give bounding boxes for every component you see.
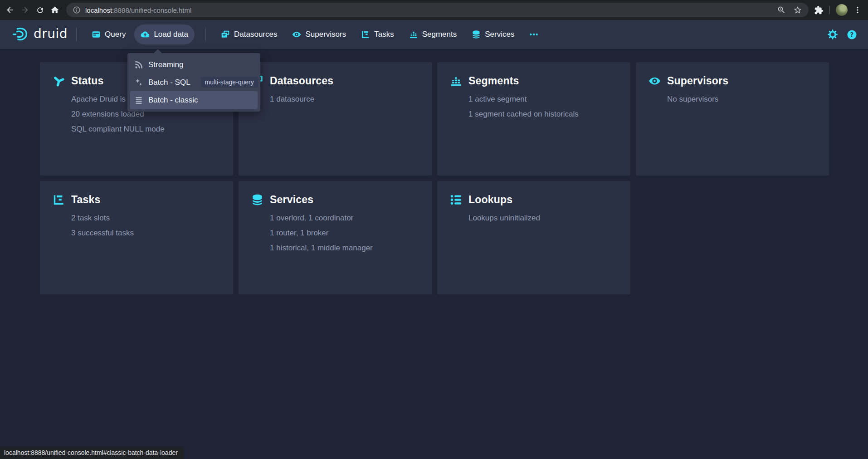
url-host: localhost: [85, 6, 112, 14]
card-datasources[interactable]: Datasources1 datasource: [239, 62, 432, 176]
card-supervisors[interactable]: SupervisorsNo supervisors: [636, 62, 829, 176]
menu-item-batch-sql[interactable]: Batch - SQLmulti-stage-query: [130, 73, 258, 91]
site-info-icon[interactable]: [73, 6, 81, 14]
zoom-icon[interactable]: [777, 5, 786, 15]
card-detail-line: 1 segment cached on historicals: [468, 110, 618, 119]
streaming-icon: [134, 60, 143, 69]
profile-avatar[interactable]: [836, 4, 848, 16]
card-lookups[interactable]: LookupsLookups uninitialized: [437, 181, 630, 294]
browser-menu-icon[interactable]: [853, 6, 862, 14]
address-bar[interactable]: localhost:8888/unified-console.html: [66, 3, 809, 17]
card-segments[interactable]: Segments1 active segment1 segment cached…: [437, 62, 630, 176]
supervisors-icon: [649, 75, 661, 87]
supervisors-icon: [292, 30, 301, 39]
menu-item-label: Batch - classic: [148, 96, 198, 105]
services-icon: [472, 30, 481, 39]
menu-item-label: Streaming: [148, 60, 183, 69]
sparkles-icon: [134, 78, 143, 87]
svg-text:?: ?: [850, 31, 854, 38]
nav-item-supervisors[interactable]: Supervisors: [286, 24, 352, 44]
status-icon: [53, 75, 65, 87]
help-icon[interactable]: ?: [847, 29, 857, 40]
card-services[interactable]: Services1 overlord, 1 coordinator1 route…: [239, 181, 432, 294]
card-detail-line: 2 task slots: [71, 214, 220, 223]
reload-button[interactable]: [35, 5, 44, 15]
bookmark-star-icon[interactable]: [793, 5, 802, 15]
nav-item-label: Datasources: [234, 30, 277, 39]
card-detail-line: 1 overlord, 1 coordinator: [270, 214, 419, 223]
nav-item-segments[interactable]: Segments: [403, 24, 463, 44]
status-link-bubble: localhost:8888/unified-console.html#clas…: [0, 447, 183, 459]
card-title: Services: [270, 194, 313, 206]
nav-divider: [205, 28, 206, 41]
menu-item-streaming[interactable]: Streaming: [130, 56, 258, 73]
nav-item-tasks[interactable]: Tasks: [355, 24, 400, 44]
nav-item-label: Load data: [154, 30, 188, 39]
back-button[interactable]: [5, 5, 15, 15]
more-icon: [529, 30, 538, 39]
toolbar-separator: [829, 6, 830, 14]
card-detail-line: 1 active segment: [468, 95, 618, 104]
load-data-icon: [141, 30, 150, 39]
druid-navbar: druid QueryLoad data DatasourcesSupervis…: [0, 20, 868, 49]
card-detail-line: 1 router, 1 broker: [270, 229, 419, 238]
datasources-icon: [221, 30, 230, 39]
tasks-icon: [53, 194, 65, 206]
card-title: Supervisors: [667, 75, 728, 87]
nav-item-label: Query: [105, 30, 126, 39]
card-detail-line: 3 successful tasks: [71, 229, 220, 238]
forward-button[interactable]: [20, 5, 29, 15]
card-detail-line: 1 historical, 1 middle manager: [270, 244, 419, 253]
tasks-icon: [361, 30, 370, 39]
nav-item-load-data[interactable]: Load data: [134, 24, 195, 44]
th-list-icon: [134, 96, 143, 105]
nav-divider: [76, 28, 77, 41]
menu-item-tag: multi-stage-query: [201, 77, 258, 88]
brand-name: druid: [34, 26, 68, 41]
nav-item-services[interactable]: Services: [465, 24, 521, 44]
menu-item-label: Batch - SQL: [148, 78, 190, 87]
nav-item-query[interactable]: Query: [85, 24, 132, 44]
load-data-menu: StreamingBatch - SQLmulti-stage-queryBat…: [127, 53, 260, 112]
druid-logo-icon: [12, 26, 29, 43]
card-detail-line: Lookups uninitialized: [468, 214, 618, 223]
card-title: Tasks: [71, 194, 101, 206]
url-text: localhost:8888/unified-console.html: [85, 6, 191, 14]
card-title: Datasources: [270, 75, 333, 87]
menu-item-batch-classic[interactable]: Batch - classic: [130, 91, 258, 109]
extensions-icon[interactable]: [814, 5, 824, 15]
card-title: Segments: [468, 75, 519, 87]
druid-logo[interactable]: druid: [12, 26, 68, 43]
nav-item-label: Tasks: [374, 30, 394, 39]
lookups-icon: [450, 194, 462, 206]
card-title: Lookups: [468, 194, 512, 206]
nav-item-more[interactable]: [523, 24, 545, 44]
card-detail-line: No supervisors: [667, 95, 816, 104]
url-path: :8888/unified-console.html: [112, 6, 191, 14]
segments-icon: [409, 30, 418, 39]
services-icon: [251, 194, 263, 206]
home-button[interactable]: [50, 5, 59, 15]
query-icon: [92, 30, 101, 39]
settings-gear-icon[interactable]: [828, 29, 838, 39]
browser-toolbar: localhost:8888/unified-console.html: [0, 0, 868, 20]
card-title: Status: [71, 75, 104, 87]
nav-item-datasources[interactable]: Datasources: [215, 24, 283, 44]
nav-item-label: Segments: [422, 30, 457, 39]
nav-item-label: Services: [485, 30, 514, 39]
segments-icon: [450, 75, 462, 87]
card-detail-line: 1 datasource: [270, 95, 419, 104]
nav-item-label: Supervisors: [305, 30, 346, 39]
card-detail-line: SQL compliant NULL mode: [71, 125, 220, 134]
card-tasks[interactable]: Tasks2 task slots3 successful tasks: [40, 181, 233, 294]
